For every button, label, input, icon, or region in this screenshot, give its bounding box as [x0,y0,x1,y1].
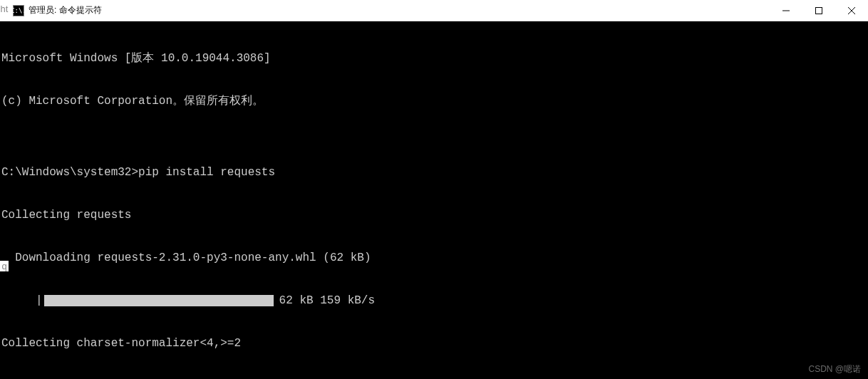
progress-stats: 62 kB 159 kB/s [275,294,375,308]
collecting-requests: Collecting requests [1,208,868,222]
window-title: 管理员: 命令提示符 [29,4,102,16]
titlebar-left: C:\. 管理员: 命令提示符 [0,4,102,16]
prompt-line: C:\Windows\system32>pip install requests [1,165,868,180]
window-controls [770,0,868,21]
side-text-mid: q [0,261,9,271]
cmd-icon: C:\. [13,5,24,16]
titlebar[interactable]: C:\. 管理员: 命令提示符 [0,0,868,21]
svg-rect-1 [816,7,822,14]
window: ht q C:\. 管理员: 命令提示符 Microsoft Windows [… [0,0,868,379]
copyright-line: (c) Microsoft Corporation。保留所有权利。 [1,94,868,108]
terminal-output[interactable]: Microsoft Windows [版本 10.0.19044.3086] (… [0,21,868,379]
side-text-top: ht [0,4,9,14]
maximize-icon [815,7,822,14]
close-icon [848,7,855,14]
collecting-charset: Collecting charset-normalizer<4,>=2 [1,336,868,351]
prompt-path: C:\Windows\system32> [1,166,138,179]
watermark: CSDN @嗯诺 [808,362,861,376]
progress-pipe: | [1,294,43,308]
minimize-button[interactable] [770,0,802,21]
progress-bar [44,295,274,306]
os-header: Microsoft Windows [版本 10.0.19044.3086] [1,51,868,66]
typed-command: pip install requests [138,166,275,179]
maximize-button[interactable] [802,0,835,21]
close-button[interactable] [835,0,868,21]
minimize-icon [782,7,790,14]
progress-requests: |62 kB 159 kB/s [1,294,868,308]
downloading-requests: Downloading requests-2.31.0-py3-none-any… [1,251,868,265]
